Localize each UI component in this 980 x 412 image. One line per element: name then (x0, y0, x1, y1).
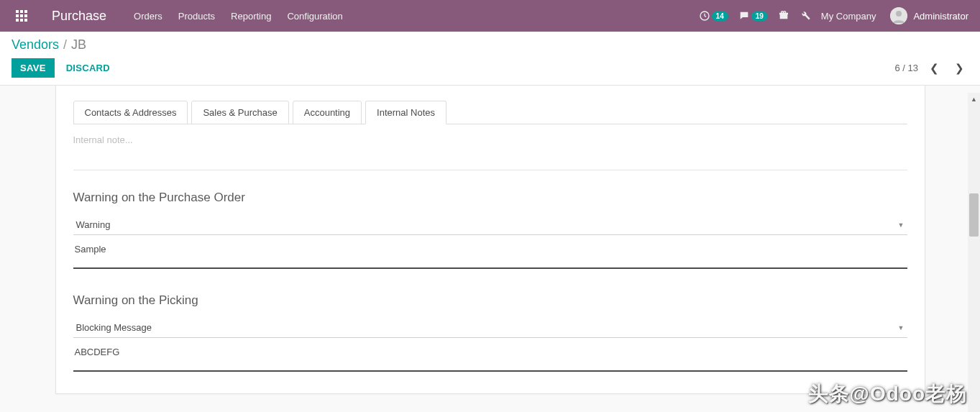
save-button[interactable]: SAVE (12, 58, 55, 78)
activity-badge: 14 (712, 12, 728, 21)
scroll-up-icon[interactable]: ▲ (968, 93, 980, 105)
user-menu[interactable]: Administrator (890, 7, 968, 24)
tab-internal-notes[interactable]: Internal Notes (365, 101, 447, 124)
picking-warning-select-value: Blocking Message (76, 322, 152, 333)
nav-products[interactable]: Products (178, 11, 215, 22)
messages-button[interactable]: 19 (738, 10, 768, 22)
pager-position: 6 / 13 (894, 63, 918, 73)
control-panel: Vendors / JB SAVE DISCARD 6 / 13 ❮ ❯ (0, 32, 980, 86)
breadcrumb-parent[interactable]: Vendors (12, 37, 59, 52)
chevron-down-icon: ▼ (898, 221, 905, 229)
messages-badge: 19 (751, 12, 768, 21)
tools-icon[interactable] (800, 9, 811, 23)
vertical-scrollbar[interactable]: ▲ (968, 93, 980, 412)
apps-icon[interactable] (12, 6, 32, 26)
scrollbar-thumb[interactable] (969, 193, 979, 237)
nav-reporting[interactable]: Reporting (231, 11, 271, 22)
gift-icon[interactable] (778, 9, 789, 23)
tab-contacts-addresses[interactable]: Contacts & Addresses (73, 101, 188, 124)
picking-warning-title: Warning on the Picking (73, 293, 907, 308)
activity-button[interactable]: 14 (699, 10, 728, 22)
pager-prev-icon[interactable]: ❮ (925, 60, 943, 76)
nav-menu: Orders Products Reporting Configuration (134, 11, 343, 22)
company-selector[interactable]: My Company (821, 11, 876, 22)
pager-next-icon[interactable]: ❯ (951, 60, 968, 76)
content-area: Contacts & Addresses Sales & Purchase Ac… (0, 86, 980, 405)
picking-warning-select[interactable]: Blocking Message ▼ (73, 318, 907, 338)
chevron-down-icon: ▼ (898, 324, 905, 331)
picking-warning-text-value: ABCDEFG (75, 347, 120, 357)
internal-note-placeholder: Internal note... (73, 134, 133, 145)
avatar-icon (890, 7, 907, 24)
purchase-warning-text-value: Sample (75, 244, 106, 255)
purchase-warning-select[interactable]: Warning ▼ (73, 215, 907, 235)
breadcrumb-separator: / (63, 37, 67, 52)
purchase-warning-select-value: Warning (76, 219, 111, 230)
purchase-warning-text[interactable]: Sample (73, 239, 907, 269)
form-sheet: Contacts & Addresses Sales & Purchase Ac… (55, 86, 925, 394)
app-brand[interactable]: Purchase (52, 9, 106, 24)
tab-bar: Contacts & Addresses Sales & Purchase Ac… (73, 86, 907, 124)
section-picking-warning: Warning on the Picking Blocking Message … (73, 273, 907, 372)
breadcrumb: Vendors / JB (12, 37, 968, 52)
nav-configuration[interactable]: Configuration (287, 11, 342, 22)
purchase-warning-title: Warning on the Purchase Order (73, 191, 907, 205)
tab-accounting[interactable]: Accounting (293, 101, 362, 124)
discard-button[interactable]: DISCARD (58, 58, 119, 78)
chat-icon (738, 10, 750, 22)
internal-note-field[interactable]: Internal note... (73, 124, 907, 170)
user-name: Administrator (913, 11, 968, 22)
picking-warning-text[interactable]: ABCDEFG (73, 342, 907, 372)
clock-icon (699, 10, 710, 22)
tab-sales-purchase[interactable]: Sales & Purchase (191, 101, 288, 124)
breadcrumb-current: JB (71, 37, 86, 52)
svg-point-2 (896, 11, 902, 17)
section-purchase-warning: Warning on the Purchase Order Warning ▼ … (73, 170, 907, 269)
top-navbar: Purchase Orders Products Reporting Confi… (0, 0, 980, 32)
nav-orders[interactable]: Orders (134, 11, 162, 22)
pager: 6 / 13 ❮ ❯ (894, 60, 968, 76)
